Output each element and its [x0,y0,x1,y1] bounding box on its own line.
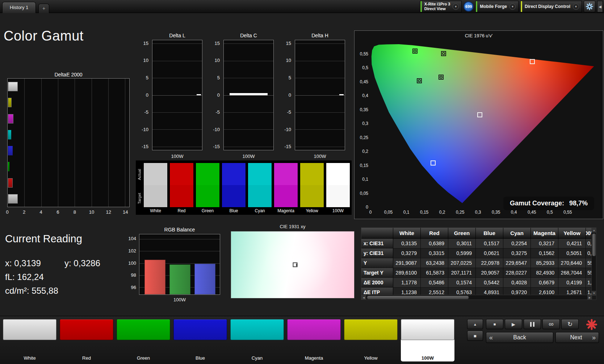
gridline [224,95,273,96]
axis-tick-label: 0 [217,92,220,98]
source-dropdown[interactable]: Mobile Forge ▼ [475,1,519,12]
pattern-button-blue[interactable]: Blue [173,319,227,361]
scroll-down-button[interactable]: ▼ [592,291,596,296]
axis-tick-label: 96 [131,285,136,290]
transport-loop-button[interactable]: ∞ [542,319,560,329]
table-cell: 85,2933 [531,258,558,268]
scroll-up-button[interactable]: ▲ [592,228,596,233]
chart-title: Delta L [152,33,202,38]
pause-icon [530,322,534,327]
table-cell: 268,7044 [558,268,586,278]
gridline [224,129,273,130]
compare-swatch-green: Green [196,163,219,213]
gridline [92,79,92,207]
pattern-button-green[interactable]: Green [117,319,170,361]
axis-tick-label: -15 [213,144,220,149]
scrollbar-thumb[interactable] [367,296,469,299]
axis-tick-label: 100 [128,260,136,266]
pattern-swatch [3,319,56,340]
add-tab-button[interactable]: + [38,4,49,13]
transport-stop-button[interactable]: ■ [486,319,503,329]
collapse-panel-button[interactable]: ◀ [597,1,603,12]
source-accent-bar [476,1,477,12]
back-button[interactable]: « Back [486,332,553,343]
table-cell: 0,0621 [476,248,503,258]
pattern-button-red[interactable]: Red [60,319,113,361]
table-cell: 0,3135 [393,239,421,248]
gridline [295,43,345,44]
scrollbar-thumb[interactable] [592,234,596,256]
pattern-label: 100W [401,355,454,361]
scroll-left-button[interactable]: ◀ [361,295,366,300]
axis-tick-label: 5 [289,75,291,80]
back-label: Back [496,334,544,341]
y-axis: 151050-5-10-15 [280,40,293,150]
deltae-bar-cyan [8,130,11,139]
delta-bar [230,93,267,95]
actual-swatch [326,163,350,185]
transport-play-button[interactable]: ▶ [505,319,522,329]
settings-button[interactable] [584,1,595,12]
pattern-label: Red [60,355,113,361]
gridline [139,251,220,251]
cie-1931-panel: CIE 1931 xy [231,224,355,300]
gridline [24,79,25,207]
gridline [224,61,273,61]
pattern-button-cyan[interactable]: Cyan [230,319,284,361]
source-label: Mobile Forge [480,4,507,9]
table-cell: 0,5442 [476,278,503,288]
axis-tick-label: 15 [143,41,148,46]
swatch-label: Blue [222,208,246,213]
axis-tick-label: 10 [89,209,94,215]
pattern-button-white[interactable]: White [3,319,56,361]
axis-tick-label: -10 [213,127,220,132]
vertical-scrollbar[interactable]: ▲ ▼ [591,228,596,296]
compare-swatch-cyan: Cyan [248,163,272,213]
pattern-label: White [3,355,56,361]
table-cell: 207,0225 [448,258,476,268]
table-cell: 0,5999 [448,248,476,258]
tab-history-1[interactable]: History 1 [2,2,36,13]
pattern-label: Blue [173,355,227,361]
display-control-dropdown[interactable]: Direct Display Control ▼ [520,1,582,12]
eject-button[interactable]: ▲ [467,319,483,329]
measurement-table: WhiteRedGreenBlueCyanMagentaYellow100Wx:… [361,228,592,297]
marker-ring [418,79,421,82]
axis-tick-label: 15 [286,41,291,46]
next-label: Next [563,334,589,341]
horizontal-scrollbar[interactable]: ◀ ▶ [361,295,592,300]
pattern-button-yellow[interactable]: Yellow [344,319,398,361]
chevron-down-icon: ▼ [453,4,459,10]
compare-swatch-100w: 100W [326,163,350,213]
gridline [295,112,345,113]
pattern-label: Green [117,355,170,361]
deltae-bar-magenta [8,114,13,124]
single-measure-button[interactable]: ■ [467,331,483,341]
axis-tick-label: 15 [215,41,220,46]
next-button[interactable]: Next » [555,332,599,343]
table-header-corner [361,228,393,239]
rgb-bar-blue [194,264,215,294]
transport-pause-button[interactable] [524,319,541,329]
actual-swatch [222,163,246,185]
transport-refresh-button[interactable]: ↻ [561,319,579,329]
table-cell: 291,9087 [393,258,421,268]
autocal-star-button[interactable] [584,318,599,331]
pattern-button-100w[interactable]: 100W [401,319,454,361]
scroll-right-button[interactable]: ▶ [587,295,592,300]
gridline [224,112,273,113]
axis-tick-label: -5 [287,109,291,115]
axis-tick-label: 102 [128,248,136,254]
plot-area [223,40,274,150]
navigation-buttons: « Back Next » [486,332,599,343]
axis-tick-label: -5 [144,109,148,115]
actual-swatch [248,163,272,185]
deltae-bar-white [8,82,18,91]
table-cell: 0,5486 [421,278,448,288]
pattern-button-magenta[interactable]: Magenta [287,319,341,361]
gridline [224,147,273,147]
meter-dropdown[interactable]: X-R​ite i1Pro 3 Direct View ▼ [420,1,462,12]
gridline [58,79,58,207]
pattern-label: Cyan [230,355,284,361]
gridline [152,43,202,44]
